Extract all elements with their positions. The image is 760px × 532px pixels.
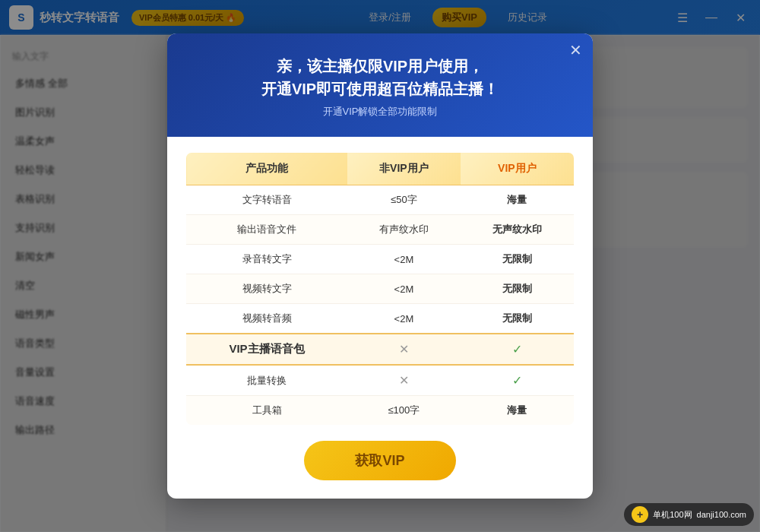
- watermark-icon: +: [632, 506, 648, 523]
- watermark-url: danji100.com: [697, 510, 746, 519]
- cross-icon: ✕: [399, 374, 409, 387]
- table-header-non-vip: 非VIP用户: [347, 153, 461, 185]
- vip-value: 海量: [461, 185, 575, 215]
- table-row: 工具箱 ≤100字 海量: [186, 396, 575, 426]
- feature-name-vip-pack: VIP主播语音包: [186, 334, 348, 365]
- table-row: 录音转文字 <2M 无限制: [186, 245, 575, 274]
- modal-title-line1: 亲，该主播仅限VIP用户使用，: [185, 55, 575, 78]
- modal-close-button[interactable]: ✕: [569, 43, 582, 58]
- watermark-text: 单机100网: [653, 509, 692, 521]
- non-vip-value: <2M: [347, 274, 461, 304]
- table-row: 视频转文字 <2M 无限制: [186, 274, 575, 304]
- feature-name: 文字转语音: [186, 185, 348, 215]
- non-vip-value: 有声纹水印: [347, 215, 461, 245]
- non-vip-cross: ✕: [347, 334, 461, 365]
- vip-check: ✓: [461, 334, 575, 365]
- watermark: + 单机100网 danji100.com: [624, 503, 754, 526]
- modal-subtitle: 开通VIP解锁全部功能限制: [185, 105, 575, 119]
- non-vip-value: ✕: [347, 365, 461, 396]
- modal-header: ✕ 亲，该主播仅限VIP用户使用， 开通VIP即可使用超百位精品主播！ 开通VI…: [167, 33, 593, 137]
- check-icon: ✓: [512, 343, 522, 356]
- vip-value: 无限制: [461, 274, 575, 304]
- table-row: 批量转换 ✕ ✓: [186, 365, 575, 396]
- app-window: S 秒转文字转语音 VIP会员特惠 0.01元/天 🔥 登录/注册 购买VIP …: [0, 0, 760, 532]
- feature-name: 视频转音频: [186, 304, 348, 334]
- vip-value: 无限制: [461, 245, 575, 274]
- modal-body: 产品功能 非VIP用户 VIP用户 文字转语音 ≤50字 海量 输出语音文件: [167, 137, 593, 499]
- vip-value: 无限制: [461, 304, 575, 334]
- non-vip-value: <2M: [347, 304, 461, 334]
- feature-name: 批量转换: [186, 365, 348, 396]
- table-row: 视频转音频 <2M 无限制: [186, 304, 575, 334]
- feature-table: 产品功能 非VIP用户 VIP用户 文字转语音 ≤50字 海量 输出语音文件: [185, 152, 575, 426]
- vip-audio-pack-row: VIP主播语音包 ✕ ✓: [186, 334, 575, 365]
- cross-icon: ✕: [399, 343, 409, 356]
- vip-value: ✓: [461, 365, 575, 396]
- vip-value: 无声纹水印: [461, 215, 575, 245]
- feature-name: 输出语音文件: [186, 215, 348, 245]
- check-icon: ✓: [512, 374, 522, 387]
- table-header-vip: VIP用户: [461, 153, 575, 185]
- vip-modal: ✕ 亲，该主播仅限VIP用户使用， 开通VIP即可使用超百位精品主播！ 开通VI…: [167, 33, 593, 499]
- feature-name: 录音转文字: [186, 245, 348, 274]
- modal-title: 亲，该主播仅限VIP用户使用， 开通VIP即可使用超百位精品主播！: [185, 55, 575, 100]
- non-vip-value: ≤100字: [347, 396, 461, 426]
- modal-overlay: ✕ 亲，该主播仅限VIP用户使用， 开通VIP即可使用超百位精品主播！ 开通VI…: [0, 0, 760, 532]
- feature-name: 视频转文字: [186, 274, 348, 304]
- table-header-feature: 产品功能: [186, 153, 348, 185]
- modal-title-line2: 开通VIP即可使用超百位精品主播！: [185, 78, 575, 100]
- table-row: 输出语音文件 有声纹水印 无声纹水印: [186, 215, 575, 245]
- vip-value: 海量: [461, 396, 575, 426]
- get-vip-button[interactable]: 获取VIP: [304, 441, 456, 480]
- non-vip-value: ≤50字: [347, 185, 461, 215]
- non-vip-value: <2M: [347, 245, 461, 274]
- feature-name: 工具箱: [186, 396, 348, 426]
- table-row: 文字转语音 ≤50字 海量: [186, 185, 575, 215]
